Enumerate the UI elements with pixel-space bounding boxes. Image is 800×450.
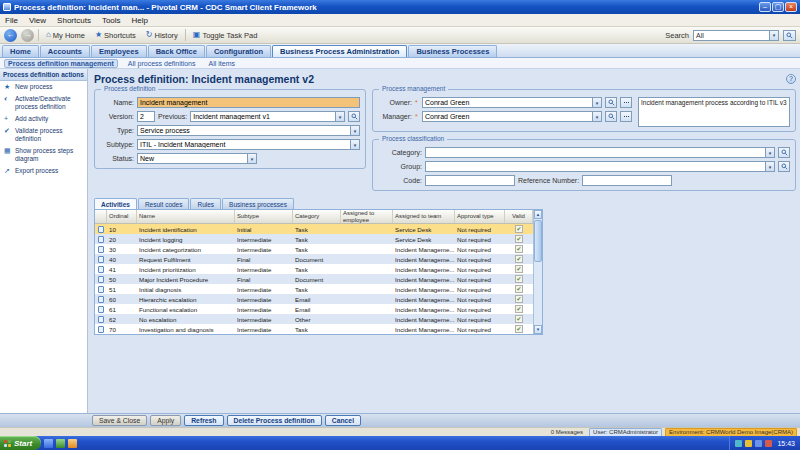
detail-tab[interactable]: Rules [190, 198, 221, 209]
tray-icon[interactable] [735, 440, 742, 447]
grid-header-assigned-team[interactable]: Assigned to team [393, 210, 455, 223]
footer-button[interactable]: Delete Process definition [227, 415, 322, 426]
table-row[interactable]: 60 Hierarchic escalation Intermediate Em… [95, 294, 533, 304]
manager-open-button[interactable] [620, 111, 632, 122]
back-button[interactable]: ← [4, 29, 17, 42]
table-row[interactable]: 51 Initial diagnosis Intermediate Task I… [95, 284, 533, 294]
owner-open-button[interactable] [620, 97, 632, 108]
menu-item[interactable]: File [5, 16, 18, 25]
category-select[interactable]: ▾ [425, 147, 775, 158]
category-lookup-button[interactable] [778, 147, 790, 158]
scrollbar-thumb[interactable] [534, 220, 542, 262]
quick-launch-icon[interactable] [68, 439, 77, 448]
detail-tab[interactable]: Activities [94, 198, 137, 209]
footer-button[interactable]: Refresh [184, 415, 223, 426]
menu-item[interactable]: Tools [102, 16, 121, 25]
status-select[interactable]: New ▾ [137, 153, 257, 164]
scroll-down-icon[interactable]: ▼ [534, 325, 542, 334]
grid-header-category[interactable]: Category [293, 210, 341, 223]
grid-header-subtype[interactable]: Subtype [235, 210, 293, 223]
quick-launch-icon[interactable] [56, 439, 65, 448]
table-row[interactable]: 10 Incident identification Initial Task … [95, 224, 533, 234]
quick-launch-icon[interactable] [44, 439, 53, 448]
nav-tab[interactable]: Back Office [148, 45, 205, 57]
messages-status[interactable]: 0 Messages [548, 429, 586, 436]
sidebar-action[interactable]: + Add activity [0, 113, 87, 125]
nav-tab[interactable]: Configuration [206, 45, 271, 57]
sidebar-action[interactable]: ↗ Export process [0, 165, 87, 177]
table-row[interactable]: 50 Major Incident Procedure Final Docume… [95, 274, 533, 284]
code-input[interactable] [425, 175, 515, 186]
group-select[interactable]: ▾ [425, 161, 775, 172]
menu-item[interactable]: Shortcuts [57, 16, 91, 25]
menu-item[interactable]: Help [132, 16, 148, 25]
nav-tab[interactable]: Accounts [40, 45, 90, 57]
group-lookup-button[interactable] [778, 161, 790, 172]
start-button[interactable]: Start [0, 436, 41, 450]
content-area: Process definition actions ★ New process… [0, 69, 800, 413]
nav-tab[interactable]: Business Process Administration [272, 45, 407, 57]
toggle-task-pad-button[interactable]: ▣ Toggle Task Pad [190, 30, 260, 41]
tray-icon[interactable] [755, 440, 762, 447]
forward-button[interactable]: → [21, 29, 34, 42]
history-button[interactable]: ↻ History [143, 30, 181, 41]
grid-header-approval-type[interactable]: Approval type [455, 210, 505, 223]
subnav-item[interactable]: All process definitions [125, 60, 199, 67]
maximize-button[interactable]: ▢ [772, 2, 784, 12]
grid-header-assigned-employee[interactable]: Assigned to employee [341, 210, 393, 223]
reference-number-input[interactable] [582, 175, 672, 186]
shortcuts-button[interactable]: ★ Shortcuts [92, 30, 139, 41]
sidebar-action[interactable]: ★ New process [0, 81, 87, 93]
scroll-up-icon[interactable]: ▲ [534, 210, 542, 219]
version-input[interactable]: 2 [137, 111, 155, 122]
process-comment-textarea[interactable]: Incident management process according to… [638, 97, 790, 127]
name-input[interactable]: Incident management [137, 97, 360, 108]
table-row[interactable]: 62 No escalation Intermediate Other Inci… [95, 314, 533, 324]
owner-select[interactable]: Conrad Green ▾ [422, 97, 602, 108]
my-home-button[interactable]: ⌂ My Home [43, 30, 88, 41]
previous-lookup-button[interactable] [348, 111, 360, 122]
tray-icon[interactable] [765, 440, 772, 447]
footer-button[interactable]: Save & Close [92, 415, 147, 426]
grid-scrollbar[interactable]: ▲ ▼ [533, 210, 542, 334]
sidebar-action-label: Export process [15, 167, 58, 175]
close-button[interactable]: × [785, 2, 797, 12]
table-row[interactable]: 70 Investigation and diagnosis Intermedi… [95, 324, 533, 334]
subtype-select[interactable]: ITIL - Incident Management ▾ [137, 139, 360, 150]
type-select[interactable]: Service process ▾ [137, 125, 360, 136]
detail-tab[interactable]: Result codes [138, 198, 190, 209]
menu-item[interactable]: View [29, 16, 46, 25]
previous-select[interactable]: Incident management v1 ▾ [190, 111, 345, 122]
footer-button[interactable]: Apply [150, 415, 181, 426]
sidebar-action[interactable]: ▦ Show process steps diagram [0, 145, 87, 165]
manager-select[interactable]: Conrad Green ▾ [422, 111, 602, 122]
tray-icon[interactable] [745, 440, 752, 447]
table-row[interactable]: 30 Incident categorization Intermediate … [95, 244, 533, 254]
detail-tab[interactable]: Business processes [222, 198, 294, 209]
nav-tab[interactable]: Business Processes [408, 45, 497, 57]
help-icon[interactable]: ? [786, 74, 796, 84]
table-row[interactable]: 40 Request Fulfilment Final Document Inc… [95, 254, 533, 264]
footer-button[interactable]: Cancel [325, 415, 361, 426]
cell-assigned-employee [341, 264, 393, 274]
owner-lookup-button[interactable] [605, 97, 617, 108]
manager-lookup-button[interactable] [605, 111, 617, 122]
grid-header-valid[interactable]: Valid [505, 210, 533, 223]
cell-category: Document [293, 254, 341, 264]
minimize-button[interactable]: – [759, 2, 771, 12]
nav-tab[interactable]: Employees [91, 45, 147, 57]
sidebar-action[interactable]: ✔ Validate process definition [0, 125, 87, 145]
table-row[interactable]: 41 Incident prioritization Intermediate … [95, 264, 533, 274]
table-row[interactable]: 61 Functional escalation Intermediate Em… [95, 304, 533, 314]
sidebar-action[interactable]: ◐ Activate/Deactivate process definition [0, 93, 87, 113]
grid-header-name[interactable]: Name [137, 210, 235, 223]
subnav-item[interactable]: All items [206, 60, 238, 67]
search-go-button[interactable] [783, 30, 796, 41]
grid-header-ordinal[interactable]: Ordinal [107, 210, 137, 223]
cell-ordinal: 40 [107, 254, 137, 264]
nav-tab[interactable]: Home [2, 45, 39, 57]
cell-name: Incident logging [137, 234, 235, 244]
table-row[interactable]: 20 Incident logging Intermediate Task Se… [95, 234, 533, 244]
search-scope-select[interactable]: All ▾ [693, 30, 779, 41]
subnav-item[interactable]: Process definition management [4, 59, 118, 68]
